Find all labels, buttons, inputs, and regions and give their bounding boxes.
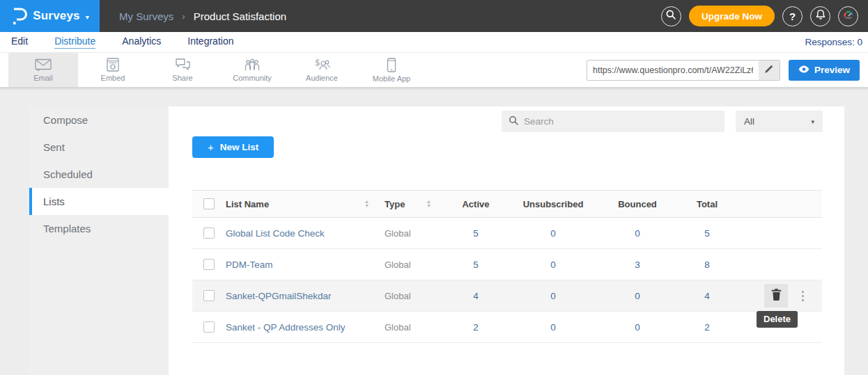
account-gauge-button[interactable] [838, 6, 858, 26]
sidebar-item-sent[interactable]: Sent [29, 134, 169, 161]
list-name-link[interactable]: Sanket-QPGmailShekdar [226, 291, 378, 301]
preview-label: Preview [814, 65, 850, 75]
list-search [502, 111, 724, 132]
row-checkbox[interactable] [203, 290, 215, 301]
unsubscribed-count[interactable]: 0 [507, 228, 599, 239]
new-list-button[interactable]: + New List [192, 136, 274, 158]
total-count[interactable]: 2 [676, 322, 738, 333]
survey-url-field [587, 60, 780, 81]
bounced-count[interactable]: 0 [599, 322, 676, 333]
row-actions [738, 218, 822, 248]
list-type: Global [378, 291, 444, 301]
bounced-count[interactable]: 0 [599, 291, 676, 301]
audience-icon: $ [313, 58, 330, 72]
tab-analytics[interactable]: Analytics [122, 35, 161, 49]
list-name-link[interactable]: Global List Code Check [226, 228, 378, 239]
notifications-button[interactable] [810, 6, 830, 26]
active-count[interactable]: 5 [444, 260, 507, 270]
more-actions-button[interactable] [799, 288, 807, 304]
delete-list-button[interactable] [764, 284, 788, 308]
list-type: Global [378, 260, 444, 270]
list-name-link[interactable]: Sanket - QP Addresses Only [226, 322, 378, 333]
channel-mobile-app[interactable]: Mobile App [357, 53, 426, 87]
channel-label: Embed [101, 74, 125, 82]
trash-icon [771, 289, 782, 303]
search-icon [665, 9, 676, 23]
app-root: Surveys ▾ My Surveys › Product Satisfact… [0, 0, 868, 375]
channel-embed[interactable]: Embed [78, 53, 148, 87]
eye-icon [798, 65, 809, 75]
list-type: Global [378, 228, 444, 239]
channel-tabs: Email Embed [0, 53, 426, 87]
channel-audience[interactable]: $ Audience [287, 53, 357, 87]
sidebar-item-compose[interactable]: Compose [29, 106, 169, 134]
row-checkbox[interactable] [203, 228, 215, 239]
mobile-app-icon [387, 58, 396, 72]
sidebar-item-templates[interactable]: Templates [29, 215, 169, 242]
community-icon [244, 58, 261, 72]
channel-community[interactable]: Community [217, 53, 287, 87]
upgrade-button[interactable]: Upgrade Now [689, 6, 775, 26]
tab-distribute[interactable]: Distribute [54, 35, 95, 49]
survey-url-group: Preview [587, 60, 860, 81]
question-mark-icon: ? [789, 10, 796, 22]
embed-icon [105, 58, 121, 72]
table-header-row: List Name ▴▾ Type ▴▾ Active Unsubscribed… [192, 190, 822, 218]
column-bounced: Bounced [599, 199, 676, 209]
active-count[interactable]: 4 [444, 291, 507, 301]
list-name-link[interactable]: PDM-Team [226, 260, 378, 270]
breadcrumb: My Surveys › Product Satisfaction [119, 10, 286, 22]
row-checkbox[interactable] [203, 259, 215, 270]
gauge-icon [842, 8, 855, 24]
channel-label: Share [172, 74, 192, 82]
sidebar-item-lists[interactable]: Lists [29, 188, 169, 215]
row-actions: Delete [738, 280, 822, 311]
total-count[interactable]: 5 [676, 228, 738, 239]
unsubscribed-count[interactable]: 0 [507, 322, 599, 333]
channel-email[interactable]: Email [8, 53, 78, 87]
total-count[interactable]: 8 [676, 260, 738, 270]
select-all-checkbox[interactable] [203, 198, 215, 209]
column-active: Active [444, 199, 507, 209]
tab-integration[interactable]: Integration [187, 35, 233, 49]
edit-url-button[interactable] [759, 61, 780, 80]
breadcrumb-my-surveys[interactable]: My Surveys [119, 10, 173, 22]
unsubscribed-count[interactable]: 0 [507, 291, 599, 301]
bounced-count[interactable]: 0 [599, 228, 676, 239]
help-button[interactable]: ? [782, 6, 803, 26]
total-count[interactable]: 4 [676, 291, 738, 301]
header-actions: Upgrade Now ? [661, 6, 868, 26]
table-row: Sanket-QPGmailShekdar Global 4 0 0 4 [192, 280, 822, 312]
survey-tabs: Edit Distribute Analytics Integration [0, 35, 233, 49]
sort-icon[interactable]: ▴▾ [365, 200, 368, 208]
breadcrumb-current: Product Satisfaction [194, 10, 286, 22]
filter-dropdown[interactable]: All ▾ [736, 111, 823, 132]
search-button[interactable] [661, 6, 681, 26]
search-icon [509, 115, 518, 128]
chevron-down-icon: ▾ [811, 118, 814, 125]
sort-icon[interactable]: ▴▾ [427, 200, 430, 208]
tab-edit[interactable]: Edit [11, 35, 28, 49]
list-search-input[interactable] [524, 116, 718, 127]
unsubscribed-count[interactable]: 0 [507, 260, 599, 270]
plus-icon: + [208, 141, 214, 153]
channel-label: Email [33, 74, 53, 82]
row-checkbox[interactable] [203, 321, 215, 333]
row-actions [738, 249, 822, 280]
bounced-count[interactable]: 3 [599, 260, 676, 270]
product-switcher[interactable]: Surveys ▾ [0, 0, 100, 32]
survey-nav: Edit Distribute Analytics Integration Re… [0, 32, 868, 53]
pencil-icon [764, 65, 773, 76]
preview-button[interactable]: Preview [789, 60, 860, 81]
filter-value: All [744, 116, 754, 127]
survey-url-input[interactable] [587, 61, 759, 80]
breadcrumb-separator: › [182, 11, 185, 22]
lists-main: All ▾ + New List List Name ▴▾ [169, 106, 844, 375]
sidebar-item-scheduled[interactable]: Scheduled [29, 161, 169, 188]
column-total: Total [676, 199, 738, 209]
active-count[interactable]: 5 [444, 228, 507, 239]
channel-share[interactable]: Share [148, 53, 217, 87]
active-count[interactable]: 2 [444, 322, 507, 333]
distribute-toolbar: Email Embed [0, 53, 868, 88]
chevron-down-icon: ▾ [86, 13, 89, 21]
